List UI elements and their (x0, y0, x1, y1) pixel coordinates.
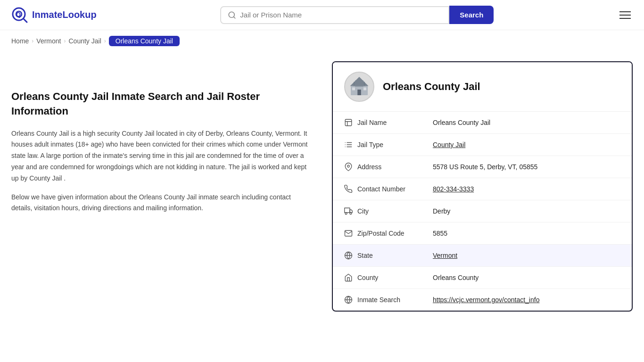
address-value: 5578 US Route 5, Derby, VT, 05855 (433, 163, 537, 171)
breadcrumb-vermont[interactable]: Vermont (36, 37, 61, 45)
breadcrumb-sep-2: › (64, 38, 66, 44)
right-column: Orleans County Jail Jail Name Orleans Co… (332, 61, 633, 312)
svg-marker-8 (350, 77, 369, 86)
breadcrumb-current: Orleans County Jail (109, 36, 180, 46)
zip-value: 5855 (433, 230, 447, 237)
jail-avatar (344, 72, 374, 102)
jail-building-icon (348, 75, 371, 98)
city-value: Derby (433, 207, 450, 215)
svg-rect-11 (363, 88, 366, 90)
inmate-search-icon (344, 296, 357, 304)
svg-point-26 (345, 213, 347, 214)
jail-name-value: Orleans County Jail (433, 119, 490, 126)
inmate-search-link[interactable]: https://vcjc.vermont.gov/contact_info (433, 296, 539, 304)
menu-line-2 (619, 15, 631, 16)
search-area: Search (220, 6, 494, 24)
svg-line-2 (24, 19, 27, 22)
info-row-address: Address 5578 US Route 5, Derby, VT, 0585… (333, 156, 632, 178)
description-para-2: Below we have given information about th… (11, 192, 313, 214)
header: Q InmateLookup Search (0, 0, 644, 30)
svg-rect-9 (357, 90, 361, 95)
breadcrumb-sep-3: › (104, 38, 106, 44)
svg-point-27 (350, 213, 352, 214)
jail-type-label: Jail Type (357, 141, 433, 148)
menu-button[interactable] (618, 7, 633, 23)
breadcrumb-sep-1: › (32, 38, 33, 44)
info-row-jail-type: Jail Type County Jail (333, 134, 632, 156)
logo-icon: Q (11, 7, 28, 24)
menu-line-3 (619, 18, 631, 19)
jail-name-icon (344, 118, 357, 127)
search-button[interactable]: Search (449, 6, 494, 24)
info-card: Orleans County Jail Jail Name Orleans Co… (332, 61, 633, 312)
contact-value[interactable]: 802-334-3333 (433, 185, 474, 193)
city-label: City (357, 207, 433, 215)
menu-line-1 (619, 11, 631, 12)
description-para-1: Orleans County Jail is a high security C… (11, 128, 313, 184)
address-icon (344, 163, 357, 171)
phone-icon (344, 185, 357, 193)
info-row-jail-name: Jail Name Orleans County Jail (333, 112, 632, 134)
breadcrumb: Home › Vermont › County Jail › Orleans C… (0, 30, 644, 52)
breadcrumb-county-jail[interactable]: County Jail (69, 37, 101, 45)
state-icon (344, 251, 357, 260)
page-heading: Orleans County Jail Inmate Search and Ja… (11, 90, 313, 119)
svg-rect-13 (364, 82, 365, 86)
jail-type-value[interactable]: County Jail (433, 141, 465, 148)
address-label: Address (357, 163, 433, 171)
svg-rect-12 (354, 82, 355, 86)
svg-rect-10 (352, 88, 355, 90)
search-input[interactable] (240, 11, 442, 19)
info-row-city: City Derby (333, 200, 632, 222)
mail-icon (344, 229, 357, 238)
county-value: Orleans County (433, 274, 479, 281)
info-row-inmate-search: Inmate Search https://vcjc.vermont.gov/c… (333, 289, 632, 311)
info-row-contact: Contact Number 802-334-3333 (333, 178, 632, 200)
svg-text:Q: Q (16, 11, 21, 18)
info-row-zip: Zip/Postal Code 5855 (333, 222, 632, 245)
inmate-search-label: Inmate Search (357, 296, 433, 304)
city-icon (344, 207, 357, 215)
svg-rect-24 (345, 208, 350, 213)
jail-name-label: Jail Name (357, 119, 433, 126)
logo-link[interactable]: Q InmateLookup (11, 7, 97, 24)
logo-text: InmateLookup (32, 9, 97, 20)
search-wrapper (220, 6, 449, 24)
svg-line-5 (234, 16, 235, 18)
state-label: State (357, 252, 433, 259)
card-header: Orleans County Jail (333, 62, 632, 112)
svg-marker-25 (350, 210, 352, 213)
breadcrumb-home[interactable]: Home (11, 37, 29, 45)
left-column: Orleans County Jail Inmate Search and Ja… (11, 61, 313, 312)
jail-type-icon (344, 140, 357, 149)
info-row-county: County Orleans County (333, 267, 632, 289)
svg-point-23 (347, 165, 350, 167)
svg-rect-14 (345, 119, 352, 126)
search-icon (228, 11, 236, 19)
state-value[interactable]: Vermont (433, 252, 457, 259)
info-row-state: State Vermont (333, 245, 632, 267)
card-title: Orleans County Jail (383, 81, 480, 93)
county-icon (344, 273, 357, 282)
contact-label: Contact Number (357, 185, 433, 193)
main-content: Orleans County Jail Inmate Search and Ja… (0, 52, 644, 330)
zip-label: Zip/Postal Code (357, 230, 433, 237)
county-label: County (357, 274, 433, 281)
